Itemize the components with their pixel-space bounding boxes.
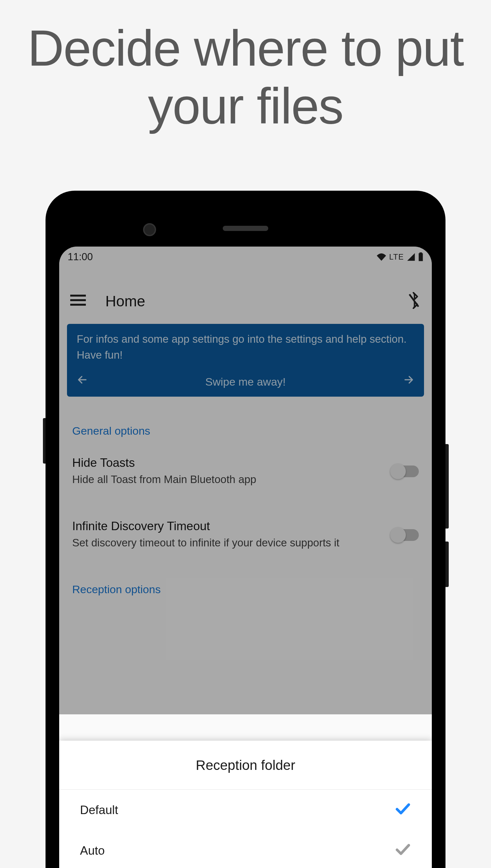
battery-icon [418,252,423,261]
arrow-right-icon [403,374,414,390]
toggle-switch[interactable] [391,466,419,477]
setting-hide-toasts[interactable]: Hide Toasts Hide all Toast from Main Blu… [59,440,432,503]
check-icon [395,843,411,859]
speaker-icon [223,226,268,231]
signal-icon [406,253,415,261]
network-label: LTE [389,252,404,261]
menu-icon[interactable] [70,294,86,308]
sheet-title: Reception folder [59,741,432,790]
bluetooth-off-icon[interactable] [407,292,421,310]
status-bar: 11:00 LTE [59,247,432,266]
svg-rect-2 [70,294,86,297]
app-title: Home [105,292,145,310]
option-default[interactable]: Default [59,790,432,830]
wifi-icon [376,253,386,261]
svg-rect-1 [420,252,422,254]
option-label: Default [80,803,118,817]
section-general: General options [59,397,432,440]
banner-text-line1: For infos and some app settings go into … [77,331,414,347]
phone-power-button [445,444,449,529]
banner-text-line2: Have fun! [77,347,414,363]
phone-frame: 11:00 LTE Home [46,191,445,868]
setting-title: Hide Toasts [72,456,383,470]
toggle-switch[interactable] [391,529,419,541]
setting-title: Infinite Discovery Timeout [72,520,383,533]
swipe-hint: Swipe me away! [205,374,286,390]
svg-rect-0 [419,253,423,261]
setting-infinite-discovery[interactable]: Infinite Discovery Timeout Set discovery… [59,503,432,567]
phone-volume-button [43,418,46,464]
screen: 11:00 LTE Home [59,247,432,868]
camera-icon [143,223,156,236]
setting-subtitle: Set discovery timeout to infinite if you… [72,535,383,551]
check-icon [395,802,411,818]
app-bar: Home [59,266,432,321]
bottom-sheet: Reception folder Default Auto [59,741,432,868]
option-label: Auto [80,844,105,858]
setting-subtitle: Hide all Toast from Main Bluetooth app [72,472,383,487]
page-title: Decide where to put your files [0,0,491,135]
phone-side-button [445,541,449,587]
arrow-left-icon [77,374,88,390]
status-time: 11:00 [68,251,93,263]
option-auto[interactable]: Auto [59,830,432,868]
section-reception: Reception options [59,567,432,598]
svg-rect-4 [70,304,86,306]
info-banner[interactable]: For infos and some app settings go into … [67,324,424,397]
svg-rect-3 [70,299,86,301]
